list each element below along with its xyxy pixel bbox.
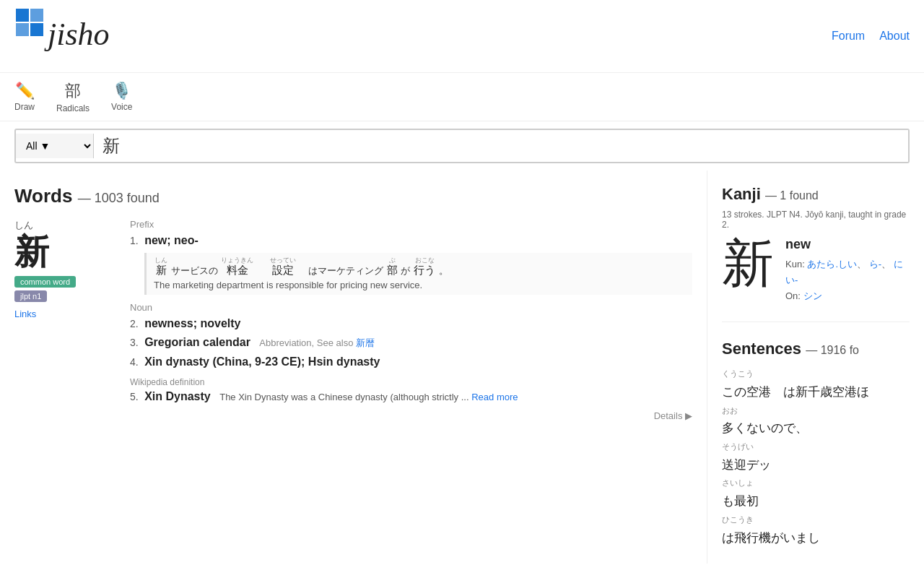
see-also-link[interactable]: 新暦 <box>356 337 375 348</box>
kun-reading-1[interactable]: あたら.しい <box>807 259 857 269</box>
word-right: Prefix 1. new; neo- しん 新 サービスの <box>130 219 692 421</box>
details-link[interactable]: Details ▶ <box>654 410 692 421</box>
radicals-tool[interactable]: 部 Radicals <box>56 80 90 113</box>
abbrev-note: Abbreviation, See also 新暦 <box>259 337 375 348</box>
definition-4: 4. Xin dynasty (China, 9-23 CE); Hsin dy… <box>130 355 692 368</box>
def5-note: The Xin Dynasty was a Chinese dynasty (a… <box>219 392 471 402</box>
kanji-info: 13 strokes. JLPT N4. Jōyō kanji, taught … <box>722 210 910 230</box>
example-en: The marketing department is responsible … <box>154 280 685 290</box>
sentences-title: Sentences <box>722 340 801 358</box>
badge-common: common word <box>14 276 76 288</box>
word-reading: しん <box>14 219 116 232</box>
svg-rect-1 <box>30 9 43 22</box>
pos-prefix: Prefix <box>130 219 692 230</box>
svg-text:jisho: jisho <box>44 17 110 52</box>
sentence2-ruby1: おお <box>722 404 910 418</box>
voice-label: Voice <box>111 102 132 112</box>
def-num-5: 5. <box>130 391 139 402</box>
forum-link[interactable]: Forum <box>832 30 865 43</box>
voice-tool[interactable]: 🎙️ Voice <box>111 82 132 112</box>
on-label: On: <box>785 290 801 301</box>
def-num-3: 3. <box>130 337 139 348</box>
kanji-meanings: new Kun: あたら.しい、 ら-、 にい- On: シン <box>785 237 910 304</box>
sentence3-ruby1: さいしょ <box>722 476 910 491</box>
kanji-title: Kanji <box>722 185 761 203</box>
sentences-count: — 1916 fo <box>806 344 859 356</box>
kun-label: Kun: <box>785 259 805 269</box>
def-num-2: 2. <box>130 318 139 329</box>
words-header: Words — 1003 found <box>14 185 692 207</box>
def-num-1: 1. <box>130 235 139 246</box>
logo[interactable]: jisho <box>14 7 159 65</box>
def-text-3: Gregorian calendar <box>144 336 250 348</box>
search-bar: All ▼ Words Kanji Sentences Names <box>14 129 910 163</box>
def-text-4: Xin dynasty (China, 9-23 CE); Hsin dynas… <box>144 355 380 368</box>
search-input[interactable] <box>94 130 908 162</box>
kanji-readings: Kun: あたら.しい、 ら-、 にい- On: シン <box>785 256 910 304</box>
kanji-section: Kanji — 1 found 13 strokes. JLPT N4. Jōy… <box>722 185 910 322</box>
radicals-icon: 部 <box>65 80 81 102</box>
def-text-5: Xin Dynasty <box>144 390 211 402</box>
sentences-header: Sentences — 1916 fo <box>722 340 910 358</box>
nav-links: Forum About <box>832 30 910 43</box>
read-more-link[interactable]: Read more <box>471 392 518 402</box>
badge-jlpt: jlpt n1 <box>14 290 47 302</box>
sentence3-text2: は飛行機がいまし <box>722 531 820 545</box>
kanji-character[interactable]: 新 <box>722 237 774 289</box>
sentence2-text2: 送迎デッ <box>722 458 771 472</box>
sentence3-ruby2: ひこうき <box>722 513 910 527</box>
furigana-shin: しん 新 <box>154 257 167 277</box>
kanji-header: Kanji — 1 found <box>722 185 910 204</box>
example-jp: しん 新 サービスの りょうきん 料金 せってい 設定 <box>154 257 685 277</box>
words-count: — 1003 found <box>78 191 160 205</box>
kanji-meaning: new <box>785 237 910 252</box>
sentences-section: Sentences — 1916 fo くうこう この空港 は新千歳空港ほ おお… <box>722 340 910 549</box>
sentence1-text: この空港 は新千歳空港ほ <box>722 385 869 399</box>
radicals-label: Radicals <box>56 103 90 113</box>
search-dropdown[interactable]: All ▼ Words Kanji Sentences Names <box>16 134 94 158</box>
word-links-link[interactable]: Links <box>14 309 36 319</box>
definition-3: 3. Gregorian calendar Abbreviation, See … <box>130 336 692 350</box>
wiki-def-label: Wikipedia definition <box>130 377 692 387</box>
draw-label: Draw <box>14 102 35 112</box>
details-link-container: Details ▶ <box>130 410 692 421</box>
def-num-4: 4. <box>130 356 139 368</box>
draw-icon: ✏️ <box>15 82 35 100</box>
example-jp-text: しん 新 サービスの りょうきん 料金 せってい 設定 <box>154 265 448 276</box>
svg-rect-3 <box>30 23 43 36</box>
sentence-block: くうこう この空港 は新千歳空港ほ おお 多くないので、 そうげい 送迎デッ さ… <box>722 367 910 549</box>
example-sentence: しん 新 サービスの りょうきん 料金 せってい 設定 <box>144 253 692 295</box>
definition-1: 1. new; neo- <box>130 234 692 247</box>
furigana-ryoukin: りょうきん 料金 <box>221 257 253 277</box>
kanji-count: — 1 found <box>765 189 819 202</box>
word-entry: しん 新 common word jlpt n1 Links Prefix 1. <box>14 219 692 421</box>
pos-noun: Noun <box>130 302 692 313</box>
def-text-1: new; neo- <box>144 234 199 246</box>
definition-2: 2. newness; novelty <box>130 317 692 330</box>
sentence3-text1: も最初 <box>722 494 771 508</box>
kun-reading-2[interactable]: ら- <box>869 259 881 269</box>
words-title: Words <box>14 185 72 207</box>
sentence2-text1: 多くないので、 <box>722 421 808 435</box>
sentence1-ruby: くうこう <box>722 367 910 381</box>
toolbar: ✏️ Draw 部 Radicals 🎙️ Voice <box>0 73 924 121</box>
def-text-2: newness; novelty <box>144 317 240 329</box>
word-left: しん 新 common word jlpt n1 Links <box>14 219 116 421</box>
main-content: Words — 1003 found しん 新 common word jlpt… <box>0 171 924 564</box>
definition-5: 5. Xin Dynasty The Xin Dynasty was a Chi… <box>130 390 692 403</box>
logo-image: jisho <box>14 7 159 65</box>
furigana-settei: せってい 設定 <box>270 257 296 277</box>
sentence2-ruby2: そうげい <box>722 440 910 454</box>
header: jisho Forum About <box>0 0 924 73</box>
draw-tool[interactable]: ✏️ Draw <box>14 82 35 112</box>
svg-rect-2 <box>16 23 29 36</box>
furigana-okonau: おこな 行う <box>414 257 435 277</box>
furigana-bu: ぶ 部 <box>387 257 398 277</box>
svg-rect-0 <box>16 9 29 22</box>
kanji-display: 新 new Kun: あたら.しい、 ら-、 にい- On: シン <box>722 237 910 304</box>
on-reading-1[interactable]: シン <box>803 290 822 301</box>
right-column: Kanji — 1 found 13 strokes. JLPT N4. Jōy… <box>707 171 924 564</box>
voice-icon: 🎙️ <box>112 82 131 100</box>
word-kanji: 新 <box>14 233 116 272</box>
about-link[interactable]: About <box>879 30 910 43</box>
